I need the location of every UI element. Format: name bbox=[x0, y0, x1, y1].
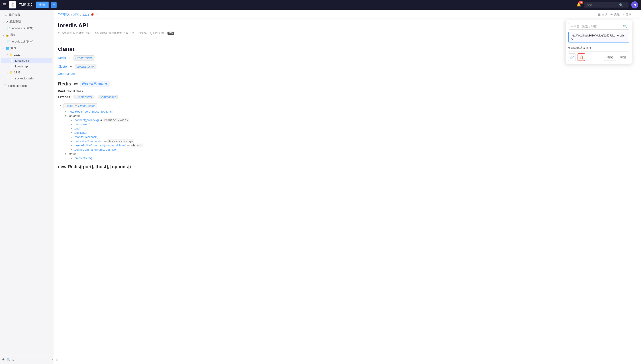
extends-label: Extends bbox=[58, 95, 70, 99]
arrow-icon: ⇐ bbox=[70, 65, 73, 68]
chevron-icon: ∨ bbox=[6, 71, 8, 74]
arrow-icon: ⇐ bbox=[74, 104, 77, 108]
hamburger-icon[interactable]: ☰ bbox=[3, 2, 6, 7]
meta-author2: 系统管理员 bbox=[94, 31, 108, 35]
redis-link[interactable]: Redis bbox=[58, 56, 66, 60]
article-header: ioredis API ⏱ 系统管理员 创建于8月前， 系统管理员 最后修改于8… bbox=[54, 18, 641, 38]
instance-label: instance bbox=[69, 114, 80, 118]
pin-icon[interactable]: 📌 bbox=[90, 13, 94, 16]
duplicate-link[interactable]: .duplicate() bbox=[74, 131, 88, 134]
create-client-link[interactable]: .createClient() bbox=[74, 156, 92, 160]
sidebar-item-mine[interactable]: ∨ 🔒 我的 bbox=[0, 32, 53, 38]
breadcrumb-test[interactable]: 测试 bbox=[73, 12, 79, 16]
sidebar-item-ioredis-api-copy[interactable]: 📄 ioredis api (副本) bbox=[1, 25, 52, 31]
sidebar-item-folder-3333[interactable]: ∨ 📁 3333 bbox=[0, 70, 53, 76]
breadcrumb-tms[interactable]: TMS博文 bbox=[58, 12, 70, 16]
toc-button[interactable]: ☰ 目录 bbox=[598, 12, 607, 16]
share-link-icon-btn[interactable]: 🔗 bbox=[568, 54, 576, 61]
eye-icon: 👁 bbox=[132, 32, 135, 35]
event-emitter-label[interactable]: EventEmitter bbox=[76, 56, 92, 60]
sidebar-item-my-favorites[interactable]: › ☆ 我的收藏 bbox=[0, 12, 53, 18]
avatar[interactable]: N bbox=[631, 1, 638, 8]
meta-md-badge: MD bbox=[167, 32, 174, 35]
disconnect-link[interactable]: .disconnect() bbox=[74, 122, 90, 126]
meta-modified: 最后修改于8月前 bbox=[109, 31, 129, 35]
breadcrumb-sep1: / bbox=[71, 13, 72, 16]
list-item-create-builtin: .createBuiltinCommand(commandName) ⇒ obj… bbox=[74, 144, 636, 147]
sidebar-item-socket-io-redis2[interactable]: 📄 socket.io-redis bbox=[1, 83, 52, 88]
list-item-static: static .createClient() bbox=[69, 152, 636, 160]
sidebar-item-test-space[interactable]: ∨ 🌐 测试 bbox=[0, 45, 53, 52]
lock-icon: 🔒 bbox=[6, 33, 9, 37]
redis-item-link[interactable]: Redis bbox=[66, 104, 73, 108]
commander-link[interactable]: Commander bbox=[58, 72, 75, 76]
sidebar-recent-item-label: ioredis api (副本) bbox=[12, 26, 50, 30]
redis-extends-label[interactable]: EventEmitter bbox=[80, 81, 110, 87]
create-builtin-link[interactable]: .createBuiltinCommand(commandName) bbox=[74, 144, 127, 147]
sidebar-item-recent[interactable]: ∨ ↺ 最近更新 bbox=[0, 18, 53, 25]
notification-badge: 21 bbox=[578, 1, 583, 4]
new-redis-link[interactable]: new Redis([port], [host], [options]) bbox=[69, 110, 114, 113]
sidebar-item-folder-2222[interactable]: ∨ 📁 2222 bbox=[0, 52, 53, 58]
cluster-class-row: Cluster ⇐ EventEmitter bbox=[58, 63, 636, 70]
extends-val1[interactable]: EventEmitter bbox=[74, 95, 94, 99]
main-content: TMS博文 / 测试 / 2222 📌 ☆ ☰ 目录 👁 关注 ↗ 分享 bbox=[54, 10, 641, 364]
share-search-box: 🔍 bbox=[568, 23, 629, 30]
copy-guest-link[interactable]: 复制游客访问链接 bbox=[568, 45, 629, 52]
sidebar-item-mine-ioredis[interactable]: 📄 ioredis api (副本) bbox=[1, 38, 52, 45]
star-icon[interactable]: ☆ bbox=[95, 13, 98, 16]
monitor-link[interactable]: .monitor([callback]) bbox=[74, 135, 98, 138]
kind-value: global class bbox=[67, 90, 83, 93]
redis-methods-list: Redis ⇐ EventEmitter new Redis([port], [… bbox=[58, 102, 636, 160]
commander-row: Commander bbox=[58, 72, 636, 76]
share-popup: 🔍 http://localhost:8080/#/blog/1162?tilt… bbox=[565, 20, 632, 64]
redis-event-tag[interactable]: EventEmitter bbox=[78, 104, 95, 108]
sidebar-item-ioredis-api[interactable]: 📄 ioredis API bbox=[1, 58, 52, 64]
arrow-icon: ⇒ bbox=[100, 118, 102, 122]
share-button[interactable]: ↗ 分享 bbox=[622, 12, 631, 16]
arrow-icon: ⇒ bbox=[127, 144, 130, 147]
recent-icon: ↺ bbox=[6, 20, 8, 23]
search-input[interactable] bbox=[586, 3, 617, 7]
share-actions-bar: 🔗 📋 确定 取消 bbox=[568, 54, 629, 61]
get-builtin-link[interactable]: .getBuiltinCommands() bbox=[74, 140, 103, 143]
define-cmd-link[interactable]: .defineCommand(name, definition) bbox=[74, 148, 118, 151]
cluster-link[interactable]: Cluster bbox=[58, 65, 68, 68]
meta-author: ⏱ 系统管理员 创建于8月前， 系统管理员 最后修改于8月前 bbox=[58, 31, 129, 35]
share-confirm-button[interactable]: 确定 bbox=[604, 54, 616, 61]
views-count: 24次浏览 bbox=[136, 31, 147, 35]
share-copy-icon-btn[interactable]: 📋 bbox=[577, 54, 585, 61]
globe-icon: 🌐 bbox=[6, 47, 9, 50]
add-icon[interactable]: + bbox=[2, 357, 5, 362]
sidebar-socket-label: socket.io-redis bbox=[15, 77, 50, 80]
extends-val2[interactable]: Commander bbox=[98, 95, 118, 99]
notification-bell[interactable]: 🔔 21 bbox=[576, 2, 581, 7]
sidebar-mine-item-label: ioredis api (副本) bbox=[12, 40, 50, 44]
list-item-duplicate: .duplicate() bbox=[74, 131, 636, 134]
file-icon: 📄 bbox=[7, 27, 10, 30]
create-dropdown-button[interactable]: ▾ bbox=[51, 2, 57, 8]
meta-author1: 系统管理员 bbox=[62, 31, 75, 35]
logo-icon: 🐇 bbox=[10, 2, 15, 8]
arrow-icon: ⇒ bbox=[104, 140, 107, 143]
share-action-icons: 🔗 📋 bbox=[568, 54, 585, 61]
follow-button[interactable]: 👁 关注 bbox=[610, 12, 620, 16]
sidebar-socket2-label: socket.io-redis bbox=[8, 84, 50, 88]
share-icon: ↗ bbox=[622, 13, 625, 16]
sidebar-item-ioredis[interactable]: 📄 ioredis api bbox=[1, 64, 52, 69]
more-button[interactable]: ··· bbox=[634, 13, 636, 16]
connect-link[interactable]: .connect([callback]) bbox=[74, 118, 99, 122]
share-label: 分享 bbox=[626, 12, 631, 16]
share-search-input[interactable] bbox=[571, 25, 621, 28]
cluster-event-emitter-label[interactable]: EventEmitter bbox=[77, 65, 94, 68]
end-link[interactable]: .end() bbox=[74, 127, 82, 130]
close-icon[interactable]: ✕ bbox=[51, 358, 54, 362]
sidebar-item-socket-io-redis[interactable]: 📄 socket.io-redis bbox=[1, 76, 52, 81]
redis-section-heading: Redis ⇐ EventEmitter bbox=[58, 81, 636, 87]
create-builtin-return: object bbox=[131, 144, 143, 147]
link-icon: 🔗 bbox=[570, 56, 574, 59]
breadcrumb-num[interactable]: 2222 bbox=[83, 13, 89, 16]
create-button[interactable]: 创建 bbox=[36, 2, 49, 8]
sidebar-search-input[interactable] bbox=[12, 358, 50, 361]
share-cancel-button[interactable]: 取消 bbox=[617, 54, 629, 61]
